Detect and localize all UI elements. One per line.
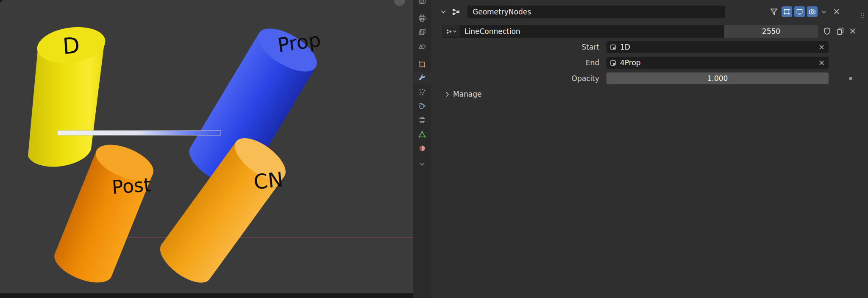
end-object-field[interactable]: 4Prop × [606, 57, 829, 69]
tab-particle-properties[interactable] [413, 86, 431, 98]
modifier-name: LineConnection [465, 27, 520, 36]
chevron-right-icon [444, 91, 451, 97]
edit-mode-toggle[interactable] [782, 6, 792, 17]
images-icon [418, 28, 426, 36]
modifier-panel-header: GeometryNodes [431, 6, 868, 18]
properties-tab-bar [413, 0, 431, 298]
tab-physics-properties[interactable] [413, 100, 431, 112]
navigation-gizmo[interactable] [394, 0, 405, 6]
scene-icon [418, 42, 426, 50]
camera-icon [808, 8, 816, 16]
collapse-chevron-icon[interactable] [440, 8, 447, 16]
node-group-name: GeometryNodes [473, 8, 531, 16]
blender-window: Prop D CN Po [0, 0, 868, 298]
tab-view-layer-properties[interactable] [413, 26, 431, 39]
opacity-value: 1.000 [707, 74, 728, 83]
render-display-toggle[interactable] [807, 6, 818, 17]
tab-render-properties[interactable] [413, 0, 431, 8]
end-value: 4Prop [620, 58, 641, 67]
modifier-id-row: LineConnection 2550 × [431, 25, 868, 38]
label-post: Post [111, 174, 151, 198]
close-panel-icon[interactable]: × [833, 7, 840, 16]
viewport-scene: Prop D CN Po [0, 0, 413, 298]
label-cn: CN [253, 167, 284, 194]
render-icon [418, 0, 426, 6]
input-row-start: Start 1D × [431, 41, 868, 53]
manage-label: Manage [453, 90, 482, 98]
monitor-icon [796, 8, 804, 16]
animate-property-dot[interactable] [849, 77, 852, 80]
edit-mode-icon [783, 8, 791, 16]
printer-icon [418, 14, 426, 22]
editor-divider [0, 293, 413, 298]
mesh-data-icon [418, 130, 426, 139]
tab-material-properties[interactable] [413, 142, 431, 155]
3d-viewport[interactable]: Prop D CN Po [0, 0, 413, 298]
input-row-opacity: Opacity 1.000 [431, 72, 868, 84]
users-count: 2550 [762, 27, 780, 36]
start-label: Start [431, 41, 599, 53]
object-icon [418, 60, 426, 69]
manage-panel-header[interactable]: Manage [431, 87, 868, 101]
duplicate-icon[interactable] [836, 27, 845, 36]
input-row-end: End 4Prop × [431, 57, 868, 69]
filter-funnel-icon[interactable] [769, 7, 779, 17]
constraint-icon [418, 116, 426, 124]
unlink-icon[interactable]: × [849, 27, 857, 36]
tabbar-overflow-chevron[interactable] [413, 158, 431, 170]
modifier-name-field[interactable]: LineConnection [460, 25, 724, 38]
physics-icon [418, 102, 426, 110]
object-data-icon [609, 44, 617, 51]
tab-output-properties[interactable] [413, 12, 431, 25]
particles-icon [418, 88, 426, 96]
chevron-down-icon [453, 30, 456, 33]
properties-editor: GeometryNodes [431, 0, 868, 298]
realtime-display-toggle[interactable] [794, 6, 805, 17]
clear-start-icon[interactable]: × [818, 43, 825, 51]
tab-scene-properties[interactable] [413, 39, 431, 52]
line-connection-object[interactable] [58, 131, 221, 135]
corner-grip[interactable] [861, 13, 865, 19]
opacity-label: Opacity [431, 72, 599, 84]
object-data-icon [609, 59, 617, 67]
start-object-field[interactable]: 1D × [606, 41, 829, 53]
cylinder-d[interactable]: D [28, 23, 108, 167]
node-tree-icon [451, 7, 461, 17]
fake-user-shield-icon[interactable] [823, 27, 832, 36]
tab-object-data-properties[interactable] [413, 128, 431, 141]
end-label: End [431, 57, 599, 69]
browse-node-group-button[interactable] [442, 25, 460, 38]
chevron-down-icon [419, 162, 425, 166]
tab-constraint-properties[interactable] [413, 114, 431, 126]
start-value: 1D [620, 43, 630, 51]
node-tree-small-icon [446, 28, 452, 35]
extras-chevron-icon[interactable] [821, 8, 827, 15]
tab-modifier-properties[interactable] [413, 72, 431, 84]
clear-end-icon[interactable]: × [818, 59, 825, 67]
users-count-button[interactable]: 2550 [724, 25, 818, 38]
label-d: D [62, 33, 81, 59]
node-group-name-field[interactable]: GeometryNodes [467, 6, 725, 18]
wrench-icon [418, 74, 426, 82]
material-sphere-icon [418, 144, 426, 153]
tab-object-properties[interactable] [413, 58, 431, 71]
opacity-slider[interactable]: 1.000 [606, 72, 829, 84]
